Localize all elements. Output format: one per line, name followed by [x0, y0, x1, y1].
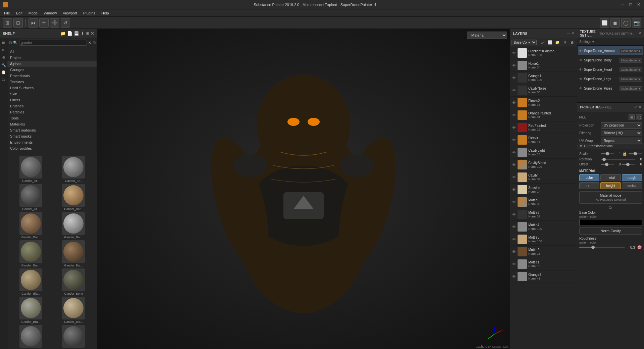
projection-select[interactable]: UV projection — [601, 122, 642, 129]
layer-row-4[interactable]: 👁 Flecks2 Norm 36 — [510, 97, 577, 109]
search-input[interactable] — [19, 40, 87, 46]
layer-vis-17[interactable]: 👁 — [512, 262, 516, 266]
uv-wrap-select[interactable]: Repeat — [601, 138, 642, 144]
layer-row-7[interactable]: 👁 Flecks Norm 14 — [510, 134, 577, 146]
shelf-thumb-img-9[interactable] — [62, 268, 85, 291]
viewport-btn2[interactable]: ◼ — [610, 18, 620, 28]
shelf-thumb-img-3[interactable] — [62, 184, 85, 207]
texset-close-icon[interactable]: ✕ — [638, 31, 641, 36]
shelf-new-icon[interactable]: 📄 — [67, 31, 72, 36]
shelf-thumb-img-5[interactable] — [62, 212, 85, 235]
cat-smart-materials[interactable]: Smart materials — [7, 127, 97, 133]
layer-row-14[interactable]: 👁 Mottle4 Norm 100 — [510, 221, 577, 233]
layer-vis-18[interactable]: 👁 — [512, 275, 516, 279]
shelf-icon-6[interactable]: 🗂 — [1, 77, 7, 83]
texset-shader-2[interactable]: Main shader ▾ — [620, 67, 642, 72]
layer-vis-7[interactable]: 👁 — [512, 138, 516, 142]
layer-row-16[interactable]: 👁 Mottle2 Norm 13 — [510, 246, 577, 258]
cat-particles[interactable]: Particles — [7, 109, 97, 115]
layer-row-5[interactable]: 👁 OrangePainted Norm 91 — [510, 109, 577, 121]
texset-shader-1[interactable]: Main shader ▾ — [620, 58, 642, 63]
layer-row-9[interactable]: 👁 CavityBlood Norm 100 — [510, 159, 577, 171]
layer-vis-16[interactable]: 👁 — [512, 250, 516, 254]
shelf-icon-4[interactable]: 🔧 — [1, 62, 7, 68]
layers-close-icon[interactable]: ✕ — [571, 31, 574, 36]
texset-shader-3[interactable]: Main shader ▾ — [620, 77, 642, 82]
shelf-thumb-img-12[interactable] — [19, 325, 42, 348]
uv-collapse-icon[interactable]: ▼ — [579, 144, 583, 148]
texset-eye-1[interactable]: 👁 — [579, 58, 583, 62]
shelf-thumb-img-7[interactable] — [62, 240, 85, 263]
base-color-swatch[interactable] — [579, 219, 642, 226]
shelf-thumb-img-1[interactable] — [62, 156, 85, 179]
mat-btn-emiss[interactable]: emiss — [622, 182, 642, 189]
mat-btn-nrm[interactable]: nrm — [579, 182, 599, 189]
cat-filters[interactable]: Filters — [7, 97, 97, 103]
cat-hard-surfaces[interactable]: Hard Surfaces — [7, 85, 97, 91]
layout-btn[interactable]: ⊟ — [13, 18, 23, 28]
texset-eye-2[interactable]: 👁 — [579, 68, 583, 71]
shelf-expand-icon[interactable]: ⊞ — [86, 31, 89, 36]
shelf-thumb-img-8[interactable] — [19, 268, 42, 291]
rotation-slider[interactable] — [601, 159, 635, 160]
menu-help[interactable]: Help — [99, 10, 112, 16]
layer-vis-1[interactable]: 👁 — [512, 63, 516, 67]
shelf-thumb-7[interactable]: Gander_Bar... — [53, 240, 95, 267]
scale-slider-2[interactable] — [629, 153, 642, 154]
shelf-thumb-10[interactable]: Gander_Bra... — [10, 297, 52, 323]
offset-slider-x[interactable] — [601, 164, 614, 165]
shelf-thumb-4[interactable]: Gander_Bar... — [10, 212, 52, 239]
shelf-thumb-img-11[interactable] — [62, 297, 85, 319]
cat-color-profiles[interactable]: Color profiles — [7, 145, 97, 151]
mat-btn-height[interactable]: height — [600, 182, 621, 189]
shelf-thumb-img-2[interactable] — [19, 184, 42, 207]
props-expand-icon[interactable]: ⤢ — [634, 105, 637, 109]
maximize-button[interactable]: □ — [628, 2, 633, 7]
lock-icon[interactable]: 🔒 — [622, 151, 627, 156]
layer-row-17[interactable]: 👁 Mottle1 Norm 13 — [510, 258, 577, 270]
prev-btn[interactable]: ⏮ — [29, 18, 38, 28]
texset-eye-0[interactable]: 👁 — [579, 49, 583, 53]
shelf-thumb-2[interactable]: Gander_Ar... — [10, 184, 52, 211]
cat-project[interactable]: Project — [7, 55, 97, 61]
material-select[interactable]: Material Base Color Roughness Metallic N… — [467, 32, 507, 39]
cat-brushes[interactable]: Brushes — [7, 103, 97, 109]
shelf-thumb-5[interactable]: Gander_Bar... — [53, 212, 95, 239]
search-clear-icon[interactable]: ✕ — [88, 41, 91, 45]
menu-plugins[interactable]: Plugins — [80, 10, 98, 16]
layers-add-group-btn[interactable]: 📁 — [554, 39, 561, 46]
fill-icon-2[interactable]: ◯ — [636, 114, 642, 120]
texset-row-4[interactable]: 👁 SuperDrone_Pipes Main shader ▾ — [578, 84, 643, 93]
layers-minimize-icon[interactable]: ─ — [567, 32, 570, 36]
menu-mode[interactable]: Mode — [26, 10, 41, 16]
layer-vis-15[interactable]: 👁 — [512, 237, 516, 241]
texset-row-0[interactable]: 👁 SuperDrone_Armour Main shader ▾ — [578, 46, 643, 56]
texset-eye-4[interactable]: 👁 — [579, 87, 583, 90]
shelf-thumb-12[interactable]: Gander_Ca... — [10, 325, 52, 349]
shelf-thumb-img-13[interactable] — [62, 325, 85, 348]
shelf-thumb-img-6[interactable] — [19, 240, 42, 263]
grid-view-icon[interactable]: ⊞ — [93, 41, 96, 45]
layer-row-11[interactable]: 👁 Speckle Norm 14 — [510, 184, 577, 196]
layers-add-paint-btn[interactable]: 🖊 — [539, 39, 546, 46]
filtering-select[interactable]: Bilinear | HQ — [601, 130, 642, 136]
layer-vis-4[interactable]: 👁 — [512, 101, 516, 105]
mat-btn-color[interactable]: color — [579, 174, 599, 181]
layer-row-13[interactable]: 👁 Mottle5 Norm 39 — [510, 208, 577, 221]
grid-btn[interactable]: ⊞ — [3, 18, 12, 28]
layer-row-8[interactable]: 👁 CavityLight Norm 28 — [510, 146, 577, 159]
viewport[interactable]: Material Base Color Roughness Metallic N… — [97, 29, 510, 349]
texset-row-2[interactable]: 👁 SuperDrone_Head Main shader ▾ — [578, 65, 643, 74]
reset-btn[interactable]: ↺ — [61, 18, 70, 28]
roughness-slider[interactable] — [579, 247, 625, 248]
texset-row-1[interactable]: 👁 SuperDrone_Body Main shader ▾ — [578, 56, 643, 65]
shelf-thumb-11[interactable]: Gander_Bra... — [53, 297, 95, 323]
layer-vis-14[interactable]: 👁 — [512, 225, 516, 229]
viewport-btn1[interactable]: ⬜ — [600, 18, 609, 28]
camera-btn[interactable]: 📷 — [632, 18, 641, 28]
layer-vis-13[interactable]: 👁 — [512, 212, 516, 216]
shelf-icon-2[interactable]: ✏ — [1, 47, 7, 53]
layers-add-fill-btn[interactable]: ⬜ — [547, 39, 553, 46]
layer-row-1[interactable]: 👁 Noise1 Norm 34 — [510, 59, 577, 72]
layer-vis-12[interactable]: 👁 — [512, 200, 516, 204]
